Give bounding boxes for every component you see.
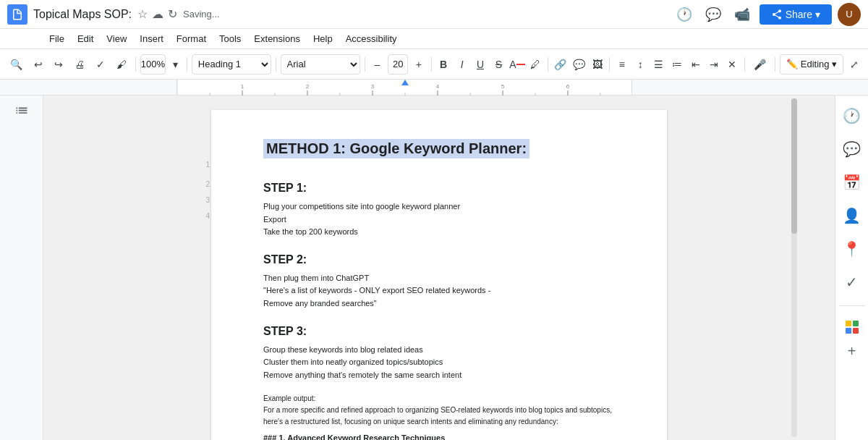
clear-format-btn[interactable]: ✕	[725, 54, 740, 75]
meet-btn[interactable]: 📹	[731, 3, 754, 26]
indent-less-btn[interactable]: ⇤	[688, 54, 703, 75]
step2-line2: "Here's a list of keywords - ONLY export…	[263, 284, 615, 297]
step3-content: Group these keywords into blog related i…	[263, 344, 615, 382]
zoom-display: 100%	[140, 54, 166, 75]
underline-btn[interactable]: U	[472, 54, 488, 75]
step1-line1: Plug your competitions site into google …	[263, 200, 615, 213]
gs-sidebar: 🕐 💬 📅 👤 📍 ✓ +	[835, 96, 868, 440]
step1-label: STEP 1:	[263, 182, 615, 195]
print-btn[interactable]: 🖨	[70, 54, 89, 75]
star-icon[interactable]: ☆	[137, 7, 148, 21]
link-btn[interactable]: 🔗	[553, 54, 568, 75]
divider-3	[276, 57, 276, 72]
expand-btn[interactable]: ⤢	[846, 54, 861, 75]
list-btn[interactable]: ☰	[651, 54, 666, 75]
svg-text:1: 1	[241, 83, 244, 90]
menu-extensions[interactable]: Extensions	[248, 32, 306, 46]
font-select[interactable]: Arial Times New Roman Courier New	[281, 54, 360, 75]
step3-line1: Group these keywords into blog related i…	[263, 344, 615, 357]
line-num-7: 4	[205, 208, 210, 224]
svg-marker-21	[401, 80, 409, 85]
font-size-display: 20	[388, 54, 408, 75]
zoom-btn[interactable]: ▾	[169, 54, 182, 75]
gs-keep-icon[interactable]: 🕐	[839, 103, 865, 129]
menu-format[interactable]: Format	[171, 32, 212, 46]
share-button[interactable]: Share ▾	[760, 4, 832, 25]
strikethrough-btn[interactable]: S	[491, 54, 506, 75]
gs-tasks-icon[interactable]: ✓	[839, 269, 865, 295]
gs-maps-icon[interactable]: 📍	[839, 236, 865, 262]
voice-type-btn[interactable]: 🎤	[749, 54, 770, 75]
cloud-icon[interactable]: ☁	[152, 7, 163, 21]
align-btn[interactable]: ≡	[614, 54, 629, 75]
menu-tools[interactable]: Tools	[213, 32, 247, 46]
example-content: Example output: For a more specific and …	[263, 393, 615, 428]
svg-text:2: 2	[306, 83, 310, 90]
search-btn[interactable]: 🔍	[6, 54, 27, 75]
gs-contacts-icon[interactable]: 👤	[839, 203, 865, 229]
editing-label: Editing	[801, 59, 830, 69]
example-label: Example output:	[263, 393, 615, 405]
menu-view[interactable]: View	[101, 32, 132, 46]
scrollbar-thumb[interactable]	[791, 98, 797, 234]
redo-btn[interactable]: ↪	[50, 54, 67, 75]
method-heading: METHOD 1: Google Keyword Planner:	[263, 139, 529, 158]
ordered-list-btn[interactable]: ≔	[669, 54, 684, 75]
bold-btn[interactable]: B	[435, 54, 451, 75]
user-avatar[interactable]: U	[838, 3, 861, 26]
divider-9	[775, 57, 775, 72]
pencil-icon: ✏️	[786, 59, 798, 69]
history-btn[interactable]: 🕐	[673, 3, 696, 26]
menu-edit[interactable]: Edit	[72, 32, 99, 46]
svg-text:3: 3	[371, 83, 375, 90]
svg-text:6: 6	[566, 83, 570, 90]
highlight-btn[interactable]: 🖊	[528, 54, 543, 75]
line-spacing-btn[interactable]: ↕	[632, 54, 647, 75]
text-color-btn[interactable]: A	[509, 54, 524, 75]
outline-toggle[interactable]	[12, 103, 32, 127]
indent-more-btn[interactable]: ⇥	[706, 54, 721, 75]
divider-4	[365, 57, 365, 72]
heading3-label: ### 1. Advanced Keyword Research Techniq…	[263, 433, 615, 440]
menu-help[interactable]: Help	[307, 32, 339, 46]
step1-content: Plug your competitions site into google …	[263, 200, 615, 239]
gs-divider	[839, 305, 865, 306]
gs-chat-icon[interactable]: 💬	[839, 136, 865, 162]
divider-5	[431, 57, 432, 72]
step2-section: STEP 2: Then plug them into ChatGPT "Her…	[263, 253, 615, 310]
toolbar: 🔍 ↩ ↪ 🖨 ✓ 🖌 100% ▾ Heading 1 Normal text…	[0, 49, 868, 80]
menu-insert[interactable]: Insert	[134, 32, 169, 46]
italic-btn[interactable]: I	[454, 54, 469, 75]
comment-btn[interactable]: 💬	[571, 54, 586, 75]
gs-grid-icon[interactable]	[845, 316, 859, 331]
divider-8	[744, 57, 745, 72]
step3-line2: Cluster them into neatly organized topic…	[263, 356, 615, 369]
page-area: 1 2 3 4 METHOD 1: Google Keyword Planner…	[43, 96, 835, 440]
share-label: Share	[786, 9, 812, 20]
line-num-1: 1	[205, 153, 210, 177]
line-num-3: 2	[205, 177, 210, 192]
doc-icon	[7, 4, 27, 25]
menu-file[interactable]: File	[43, 32, 70, 46]
comments-btn[interactable]: 💬	[702, 3, 725, 26]
undo-btn[interactable]: ↩	[30, 54, 47, 75]
history-icon[interactable]: ↻	[168, 7, 177, 21]
editing-mode-btn[interactable]: ✏️ Editing ▾	[780, 54, 844, 75]
style-select[interactable]: Heading 1 Normal text Heading 2 Heading …	[192, 54, 271, 75]
image-btn[interactable]: 🖼	[590, 54, 605, 75]
svg-text:5: 5	[501, 83, 505, 90]
menu-accessibility[interactable]: Accessibility	[340, 32, 403, 46]
paint-format-btn[interactable]: 🖌	[112, 54, 131, 75]
top-bar-icons: ☆ ☁ ↻	[137, 7, 177, 21]
main-area: 1 2 3 4 METHOD 1: Google Keyword Planner…	[0, 96, 868, 440]
editing-chevron: ▾	[832, 59, 837, 69]
top-bar-right: 🕐 💬 📹 Share ▾ U	[673, 3, 861, 26]
spellcheck-btn[interactable]: ✓	[92, 54, 109, 75]
gs-calendar-icon[interactable]: 📅	[839, 169, 865, 195]
decrease-font-btn[interactable]: –	[370, 54, 385, 75]
divider-6	[548, 57, 548, 72]
step2-content: Then plug them into ChatGPT "Here's a li…	[263, 272, 615, 310]
increase-font-btn[interactable]: +	[411, 54, 426, 75]
gs-add-icon[interactable]: +	[839, 338, 865, 364]
svg-text:4: 4	[436, 83, 440, 90]
